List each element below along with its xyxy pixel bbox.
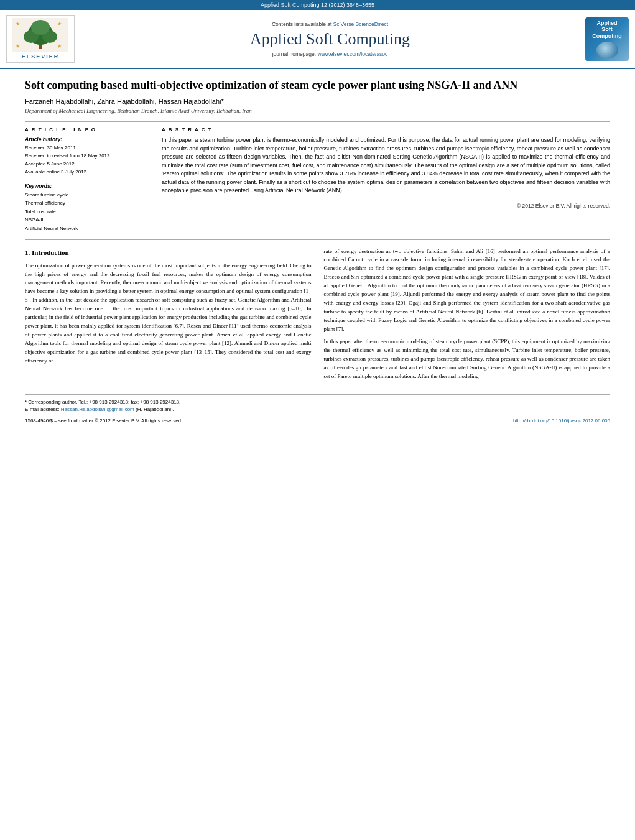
- journal-center-header: Contents lists available at SciVerse Sci…: [81, 21, 579, 57]
- footer-bottom: 1568-4946/$ – see front matter © 2012 El…: [25, 417, 610, 425]
- received-date: Received 30 May 2011: [25, 144, 139, 152]
- copyright-line: © 2012 Elsevier B.V. All rights reserved…: [162, 200, 610, 209]
- abstract-text: In this paper a steam turbine power plan…: [162, 136, 610, 195]
- available-date: Available online 3 July 2012: [25, 168, 139, 177]
- article-info-label: A R T I C L E I N F O: [25, 127, 139, 132]
- keyword-3: Total cost rate: [25, 208, 139, 216]
- article-history-block: Article history: Received 30 May 2011 Re…: [25, 136, 139, 176]
- svg-point-5: [31, 20, 50, 35]
- revised-date: Received in revised form 18 May 2012: [25, 152, 139, 160]
- homepage-line: journal homepage: www.elsevier.com/locat…: [81, 51, 579, 57]
- doi-link[interactable]: http://dx.doi.org/10.1016/j.asoc.2012.06…: [513, 417, 610, 425]
- keywords-block: Keywords: Steam turbine cycle Thermal ef…: [25, 183, 139, 233]
- abstract-label: A B S T R A C T: [162, 127, 610, 132]
- authors-line: Farzaneh Hajabdollahi, Zahra Hajabdollah…: [25, 98, 610, 105]
- body-left-column: 1. Introduction The optimization of powe…: [25, 247, 312, 385]
- email-suffix: (H. Hajabdollahi).: [136, 407, 174, 412]
- svg-text:★: ★: [57, 44, 62, 49]
- journal-badge: AppliedSoftComputing: [585, 17, 629, 61]
- intro-para-1: The optimization of power generation sys…: [25, 262, 312, 366]
- article-info-column: A R T I C L E I N F O Article history: R…: [25, 127, 149, 233]
- journal-citation: Applied Soft Computing 12 (2012) 3648–36…: [261, 2, 374, 8]
- corresponding-author-note: * Corresponding author. Tel.: +98 913 29…: [25, 399, 610, 406]
- star-note: * Corresponding author. Tel.: +98 913 29…: [25, 399, 180, 405]
- keywords-label: Keywords:: [25, 183, 139, 189]
- intro-para-3: In this paper after thermo-economic mode…: [324, 338, 611, 381]
- journal-info-bar: Applied Soft Computing 12 (2012) 3648–36…: [0, 0, 635, 10]
- footer-section: * Corresponding author. Tel.: +98 913 29…: [25, 394, 610, 425]
- contents-available-line: Contents lists available at SciVerse Sci…: [81, 21, 579, 27]
- keyword-4: NSGA-II: [25, 216, 139, 224]
- main-content: Soft computing based multi-objective opt…: [0, 69, 635, 437]
- svg-text:★: ★: [16, 21, 20, 27]
- keyword-5: Artificial Neural Network: [25, 224, 139, 233]
- keyword-2: Thermal efficiency: [25, 199, 139, 208]
- badge-label: AppliedSoftComputing: [592, 20, 622, 40]
- affiliation-line: Department of Mechanical Engineering, Be…: [25, 108, 610, 114]
- article-title: Soft computing based multi-objective opt…: [25, 78, 610, 93]
- elsevier-logo: ★ ★ ★ ★ ELSEVIER: [6, 15, 75, 63]
- journal-header: ★ ★ ★ ★ ELSEVIER Contents lists availabl…: [0, 10, 635, 69]
- elsevier-brand-text: ELSEVIER: [22, 53, 60, 60]
- intro-para-2: rate of exergy destruction as two object…: [324, 247, 611, 334]
- badge-graphic: [596, 42, 618, 58]
- abstract-column: A B S T R A C T In this paper a steam tu…: [162, 127, 610, 233]
- body-right-column: rate of exergy destruction as two object…: [324, 247, 611, 385]
- email-link[interactable]: Hassan.Hajabdollahi@gmail.com: [61, 407, 134, 412]
- keyword-1: Steam turbine cycle: [25, 191, 139, 200]
- contents-text: Contents lists available at: [272, 21, 331, 27]
- accepted-date: Accepted 5 June 2012: [25, 160, 139, 168]
- body-two-col: 1. Introduction The optimization of powe…: [25, 247, 610, 385]
- elsevier-tree-image: ★ ★ ★ ★: [12, 18, 68, 52]
- email-note: E-mail address: Hassan.Hajabdollahi@gmai…: [25, 406, 610, 413]
- email-label: E-mail address:: [25, 407, 60, 412]
- body-section: 1. Introduction The optimization of powe…: [25, 239, 610, 385]
- author-names: Farzaneh Hajabdollahi, Zahra Hajabdollah…: [25, 98, 224, 105]
- intro-heading: 1. Introduction: [25, 247, 312, 258]
- issn-text: 1568-4946/$ – see front matter © 2012 El…: [25, 417, 182, 425]
- sciverse-link[interactable]: SciVerse ScienceDirect: [333, 21, 388, 27]
- journal-name-heading: Applied Soft Computing: [81, 30, 579, 48]
- homepage-url[interactable]: www.elsevier.com/locate/asoc: [317, 51, 387, 57]
- homepage-label: journal homepage:: [272, 51, 316, 57]
- article-info-abstract-section: A R T I C L E I N F O Article history: R…: [25, 121, 610, 233]
- svg-text:★: ★: [16, 44, 20, 49]
- svg-text:★: ★: [57, 21, 62, 27]
- history-title: Article history:: [25, 136, 139, 142]
